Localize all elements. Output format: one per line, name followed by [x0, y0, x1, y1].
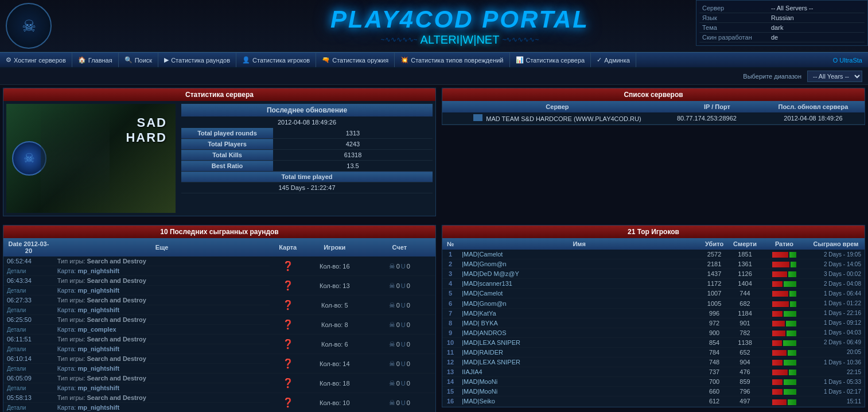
panel-value-skin: de — [768, 33, 865, 42]
round-count: Кол-во: 5 — [306, 296, 363, 315]
player-name[interactable]: |MAD|Gnom@n — [458, 259, 700, 269]
player-kills: 784 — [700, 347, 729, 357]
round-detail-link[interactable]: Детали — [3, 286, 54, 296]
round-type: Тип игры: Search and Destroy — [54, 315, 270, 325]
player-num: 7 — [442, 308, 458, 318]
col-time: Сыграно врем — [807, 238, 865, 250]
round-count: Кол-во: 8 — [306, 315, 363, 335]
nav-search[interactable]: 🔍 Поиск — [119, 53, 158, 67]
nav-admin[interactable]: ✓ Админка — [591, 53, 636, 67]
ratio-bar-green — [786, 321, 796, 327]
ratio-bar-green — [789, 291, 796, 297]
player-name[interactable]: |MAD|Camelot — [458, 250, 700, 259]
year-filter[interactable]: -- All Years -- — [807, 71, 862, 82]
home-icon: 🏠 — [78, 56, 86, 64]
player-name[interactable]: |MAD|MooNi — [458, 387, 700, 397]
nav-rounds-stats[interactable]: ▶ Статистика раундов — [158, 53, 236, 67]
total-time-label: Total time played — [181, 172, 433, 182]
ratio-bar-red — [772, 321, 785, 327]
player-name[interactable]: |MAD|Gnom@n — [458, 298, 700, 308]
ratio-bar-green — [789, 370, 796, 375]
player-name[interactable]: |MAD|DeD M@z@Y — [458, 269, 700, 279]
round-time: 05:58:13 — [3, 393, 54, 403]
server-icon: ⚙ — [6, 56, 11, 64]
round-map-img: ❓ — [270, 315, 306, 335]
round-detail-link[interactable]: Детали — [3, 266, 54, 276]
player-num: 5 — [442, 289, 458, 298]
panel-label-server: Сервер — [699, 3, 768, 13]
round-detail-link[interactable]: Детали — [3, 403, 54, 413]
player-name[interactable]: |MAD|KatYa — [458, 308, 700, 318]
player-ratio — [761, 318, 807, 328]
player-deaths: 782 — [729, 328, 761, 337]
player-time: 2 Days - 14:05 — [807, 259, 865, 269]
nav-hosting[interactable]: ⚙ Хостинг серверов — [0, 53, 72, 67]
player-time: 1 Days - 09:12 — [807, 318, 865, 328]
col-players: Игроки — [306, 238, 363, 256]
nav-players-stats[interactable]: 👤 Статистика игроков — [236, 53, 316, 67]
player-num: 10 — [442, 337, 458, 347]
player-kills: 737 — [700, 367, 729, 377]
players-section: 21 Top Игроков № Имя Убито Смерти Ратио … — [442, 225, 865, 412]
ratio-bar-red — [772, 379, 783, 385]
round-time: 06:10:14 — [3, 354, 54, 364]
stats-icon: 📊 — [516, 56, 524, 64]
player-name[interactable]: |MAD|LEXA SNIPER — [458, 337, 700, 347]
player-name[interactable]: |MAD|RAIDER — [458, 347, 700, 357]
table-row: 13 IIAJIA4 737 476 22:15 — [442, 367, 865, 377]
player-name[interactable]: |MAD|MooNi — [458, 377, 700, 387]
player-name[interactable]: |MAD| BYKA — [458, 318, 700, 328]
player-name[interactable]: |MAD|LEXA SNIPER — [458, 357, 700, 367]
player-kills: 1172 — [700, 279, 729, 289]
server-name[interactable]: MAD TEAM S&D HARDCORE (WWW.PLAY4COD.RU) — [442, 112, 672, 125]
player-time: 3 Days - 00:02 — [807, 269, 865, 279]
player-name[interactable]: |MAD|scanner131 — [458, 279, 700, 289]
server-image: ☠ SAD HARD — [6, 104, 176, 213]
player-time: 2 Days - 19:05 — [807, 250, 865, 259]
player-ratio — [761, 259, 807, 269]
player-kills: 612 — [700, 397, 729, 406]
player-ratio — [761, 347, 807, 357]
ratio-bar-red — [772, 360, 783, 366]
stat-rounds-value: 1313 — [273, 128, 433, 139]
header-panel: Сервер -- All Servers -- Язык Russian Те… — [696, 0, 868, 46]
ratio-bar-red — [772, 340, 782, 346]
player-time: 1 Days - 10:36 — [807, 357, 865, 367]
panel-label-theme: Тема — [699, 23, 768, 33]
player-num: 8 — [442, 318, 458, 328]
player-deaths: 796 — [729, 387, 761, 397]
server-ip: 80.77.174.253:28962 — [672, 112, 762, 125]
stat-players-value: 4243 — [273, 139, 433, 150]
player-num: 6 — [442, 298, 458, 308]
round-detail-link[interactable]: Детали — [3, 325, 54, 335]
round-detail-link[interactable]: Детали — [3, 305, 54, 315]
round-detail-link[interactable]: Детали — [3, 364, 54, 374]
round-time: 06:11:51 — [3, 335, 54, 344]
nav-home[interactable]: 🏠 Главная — [72, 53, 119, 67]
player-kills: 2181 — [700, 259, 729, 269]
nav-weapon-stats[interactable]: 🔫 Статистика оружия — [316, 53, 395, 67]
round-score: ☠ 0 U 0 — [363, 315, 435, 335]
player-kills: 900 — [700, 328, 729, 337]
table-row: 06:11:51 Тип игры: Search and Destroy ❓ … — [3, 335, 435, 344]
player-kills: 1437 — [700, 269, 729, 279]
player-name[interactable]: |MAD|Seiko — [458, 397, 700, 406]
damage-icon: 💥 — [400, 56, 408, 64]
player-num: 9 — [442, 328, 458, 337]
table-row: 6 |MAD|Gnom@n 1005 682 1 Days - 01:22 — [442, 298, 865, 308]
nav-server-stats[interactable]: 📊 Статистика сервера — [510, 53, 591, 67]
logo: ☠ — [6, 3, 52, 49]
header: ☠ PLAY4COD PORTAL ~∿∿∿∿∿~ ALTERI|W|NET ~… — [0, 0, 868, 52]
nav-damage-stats[interactable]: 💥 Статистика типов повреждений — [395, 53, 509, 67]
player-name[interactable]: IIAJIA4 — [458, 367, 700, 377]
player-name[interactable]: |MAD|Camelot — [458, 289, 700, 298]
round-score: ☠ 0 U 0 — [363, 393, 435, 413]
table-row: 2 |MAD|Gnom@n 2181 1361 2 Days - 14:05 — [442, 259, 865, 269]
round-detail-link[interactable]: Детали — [3, 344, 54, 354]
round-detail-link[interactable]: Детали — [3, 383, 54, 393]
servers-table: Сервер IP / Порт Посл. обновл сервера MA… — [442, 101, 865, 125]
player-deaths: 744 — [729, 289, 761, 298]
player-name[interactable]: |MAD|ANDROS — [458, 328, 700, 337]
servers-list-title: Список серверов — [442, 88, 865, 101]
round-map-name: Карта: mp_nightshift — [54, 344, 270, 354]
